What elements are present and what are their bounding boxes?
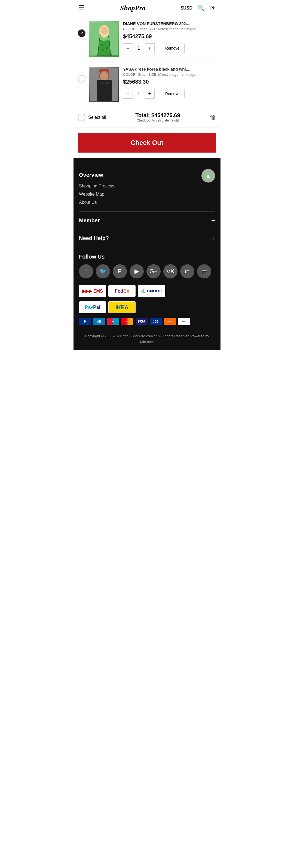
follow-us-title: Follow Us xyxy=(79,254,215,260)
svg-point-3 xyxy=(101,44,103,46)
cart-total-amount: Total: $454275.69 xyxy=(135,112,180,119)
visa-card-icon: VISA xyxy=(136,318,148,325)
overview-content: Shopping Process Website Map About Us xyxy=(79,179,215,207)
cart-item: YASA dress korea black and whi.... COLOR… xyxy=(73,62,221,107)
svg-point-2 xyxy=(101,27,108,34)
item-2-meta: COLOR: Green;SIZE: M;test image: for ima… xyxy=(123,72,216,76)
linkedin-icon[interactable]: in xyxy=(180,264,194,278)
footer-link-shopping-process[interactable]: Shopping Process xyxy=(79,182,215,190)
freight-note: Check out to calculate freight xyxy=(135,119,180,122)
item-1-name: DIANE VON FURSTENBERG 202.... xyxy=(123,21,216,26)
paypal-logo: PayPal xyxy=(79,301,106,313)
item-1-details: DIANE VON FURSTENBERG 202.... COLOR: Gre… xyxy=(123,21,216,53)
help-title: Need Help? xyxy=(79,235,109,241)
footer-member-section: Member + xyxy=(79,212,215,229)
overview-header[interactable]: Overview - xyxy=(79,171,215,179)
site-logo: ShopPro xyxy=(120,4,145,12)
facebook-icon[interactable]: f xyxy=(79,264,93,278)
item-2-quantity: 1 xyxy=(136,91,142,96)
social-icons-list: f 🐦 P ▶ G+ VK in 📷 xyxy=(79,264,215,278)
item-2-increase-btn[interactable]: + xyxy=(145,89,155,99)
footer-help-section: Need Help? + xyxy=(79,229,215,247)
item-1-image xyxy=(89,21,119,57)
item-1-controls: − 1 + Remove xyxy=(123,43,216,53)
ikea-logo: IKEA xyxy=(108,301,136,313)
item-1-thumbnail xyxy=(89,21,119,57)
site-footer: Overview - Shopping Process Website Map … xyxy=(73,158,221,350)
google-plus-icon[interactable]: G+ xyxy=(146,264,161,278)
cart-total-section: Total: $454275.69 Check out to calculate… xyxy=(135,112,180,122)
footer-link-website-map[interactable]: Website Map xyxy=(79,190,215,198)
maestro-card-icon: M xyxy=(107,318,119,325)
member-toggle[interactable]: + xyxy=(211,217,215,224)
delete-selected-icon[interactable]: 🗑 xyxy=(209,114,216,121)
paypal-card-icon: P xyxy=(79,318,91,325)
cart-footer-bar: Select all Total: $454275.69 Check out t… xyxy=(73,107,221,127)
item-2-checkbox[interactable] xyxy=(78,75,86,83)
fedex-logo: FedEx xyxy=(108,285,136,297)
svg-point-4 xyxy=(106,47,108,49)
item-1-increase-btn[interactable]: + xyxy=(145,43,155,53)
follow-us-section: Follow Us f 🐦 P ▶ G+ VK in 📷 xyxy=(79,254,215,278)
item-1-remove-btn[interactable]: Remove xyxy=(160,43,185,53)
cart-item: DIANE VON FURSTENBERG 202.... COLOR: Gre… xyxy=(73,17,221,62)
item-1-price: $454275.69 xyxy=(123,33,216,39)
pinterest-icon[interactable]: P xyxy=(113,264,127,278)
vk-icon[interactable]: VK xyxy=(163,264,177,278)
item-2-name: YASA dress korea black and whi.... xyxy=(123,67,216,71)
item-2-image xyxy=(89,67,119,102)
svg-point-5 xyxy=(102,49,104,51)
member-header[interactable]: Member + xyxy=(79,217,215,224)
diners-card-icon: DC xyxy=(178,318,190,325)
card-icons-list: P AE M MC VISA JCB DISC DC xyxy=(79,318,215,325)
overview-title: Overview xyxy=(79,172,103,178)
checkout-button[interactable]: Check Out xyxy=(78,133,216,153)
instagram-icon[interactable]: 📷 xyxy=(197,264,211,278)
search-icon[interactable]: 🔍 xyxy=(197,5,205,12)
item-1-checkbox[interactable] xyxy=(78,29,86,37)
item-1-quantity: 1 xyxy=(136,46,142,51)
bag-icon[interactable]: 🛍 xyxy=(209,5,216,12)
total-label: Total: xyxy=(135,112,150,118)
footer-link-about-us[interactable]: About Us xyxy=(79,198,215,207)
item-2-controls: − 1 + Remove xyxy=(123,89,216,99)
ems-logo: ▶▶▶ EMS xyxy=(79,285,106,297)
youtube-icon[interactable]: ▶ xyxy=(130,264,144,278)
currency-selector[interactable]: $USD xyxy=(181,6,192,11)
amex-card-icon: AE xyxy=(93,318,105,325)
footer-copyright: Copyright © 2005-2021 http://ShopPro.com… xyxy=(79,331,215,345)
select-all-checkbox[interactable] xyxy=(78,114,86,121)
item-2-details: YASA dress korea black and whi.... COLOR… xyxy=(123,67,216,99)
item-2-decrease-btn[interactable]: − xyxy=(123,89,133,99)
header-actions: $USD 🔍 🛍 xyxy=(181,5,216,12)
header: ☰ ShopPro $USD 🔍 🛍 xyxy=(73,0,221,17)
item-2-remove-btn[interactable]: Remove xyxy=(160,89,185,98)
menu-icon[interactable]: ☰ xyxy=(78,4,85,12)
select-all-label: Select all xyxy=(88,115,106,120)
twitter-icon[interactable]: 🐦 xyxy=(96,264,110,278)
item-2-thumbnail xyxy=(89,67,119,102)
member-title: Member xyxy=(79,217,100,224)
mastercard-icon: MC xyxy=(122,318,133,325)
svg-rect-8 xyxy=(97,80,112,101)
item-1-decrease-btn[interactable]: − xyxy=(123,43,133,53)
total-value: $454275.69 xyxy=(151,112,180,118)
help-header[interactable]: Need Help? + xyxy=(79,234,215,242)
select-all-control[interactable]: Select all xyxy=(78,114,106,121)
discover-card-icon: DISC xyxy=(164,318,176,325)
footer-overview-section: Overview - Shopping Process Website Map … xyxy=(79,166,215,212)
cnooc-logo: ⚓ CNOOC xyxy=(138,285,165,297)
item-1-meta: COLOR: Green;SIZE: M;test image: for ima… xyxy=(123,27,216,31)
payment-logos: ▶▶▶ EMS FedEx ⚓ CNOOC xyxy=(79,285,215,297)
item-2-price: $25683.30 xyxy=(123,79,216,85)
help-toggle[interactable]: + xyxy=(211,234,215,242)
scroll-to-top-button[interactable]: ▲ xyxy=(201,169,215,183)
payment-logos-row2: PayPal IKEA xyxy=(79,301,215,313)
svg-point-7 xyxy=(100,72,108,81)
jcb-card-icon: JCB xyxy=(150,318,162,325)
